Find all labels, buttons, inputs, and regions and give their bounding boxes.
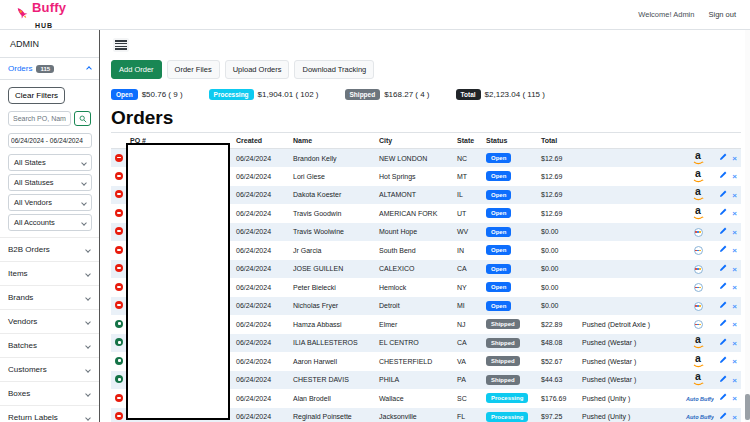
filter-select-all-statuses[interactable]: All Statuses [8,174,92,191]
upload-orders-button[interactable]: Upload Orders [225,60,290,79]
sidebar-item-batches[interactable]: Batches [0,333,99,357]
sign-out-link[interactable]: Sign out [708,10,736,19]
delete-order-icon[interactable]: × [732,154,737,163]
autobuffy-logo-icon: Auto Buffy [686,414,714,420]
order-state-dot-icon [115,320,123,328]
status-badge: Shipped [486,375,520,385]
delete-order-icon[interactable]: × [732,283,737,292]
sidebar-item-customers[interactable]: Customers [0,357,99,381]
col-status: Status [482,133,537,149]
main-content: Add Order Order Files Upload Orders Down… [100,30,750,422]
add-order-button[interactable]: Add Order [111,60,162,79]
edit-order-icon[interactable] [719,319,727,328]
round-marketplace-icon [694,246,703,255]
cell-total: $97.25 [537,408,578,422]
filter-select-all-vendors[interactable]: All Vendors [8,194,92,211]
cell-name: Nicholas Fryer [289,297,375,316]
order-files-button[interactable]: Order Files [167,60,220,79]
filter-select-value: All Vendors [14,198,52,207]
edit-order-icon[interactable] [719,412,727,421]
delete-order-icon[interactable]: × [732,265,737,274]
delete-order-icon[interactable]: × [732,302,737,311]
order-state-dot-icon [115,227,123,235]
sidebar-item-boxes[interactable]: Boxes [0,381,99,405]
delete-order-icon[interactable]: × [732,357,737,366]
cell-created: 06/24/2024 [232,204,289,223]
sidebar-item-label: Customers [8,365,47,374]
sidebar-item-return-labels[interactable]: Return Labels [0,405,99,422]
vendor-icon-cell: a [682,352,714,371]
edit-order-icon[interactable] [719,208,727,217]
delete-order-icon[interactable]: × [732,413,737,422]
order-state-dot-icon [115,375,123,383]
chevron-up-icon [86,66,92,72]
status-badge: Open [486,171,511,181]
cell-pushed [578,186,682,205]
delete-order-icon[interactable]: × [732,228,737,237]
scrollbar-thumb[interactable] [745,394,750,420]
cell-created: 06/24/2024 [232,241,289,260]
cell-name: Dakota Koester [289,186,375,205]
sidebar-item-orders[interactable]: Orders 115 [0,57,99,80]
edit-order-icon[interactable] [719,245,727,254]
delete-order-icon[interactable]: × [732,172,737,181]
edit-order-icon[interactable] [719,301,727,310]
cell-created: 06/24/2024 [232,260,289,279]
filter-select-all-accounts[interactable]: All Accounts [8,214,92,231]
edit-order-icon[interactable] [719,227,727,236]
search-button[interactable] [74,111,91,126]
orders-count-badge: 115 [36,65,54,73]
edit-order-icon[interactable] [719,264,727,273]
round-marketplace-icon [694,302,703,311]
sidebar-section-label: ADMIN [0,30,99,57]
delete-order-icon[interactable]: × [732,209,737,218]
edit-order-icon[interactable] [719,375,727,384]
cell-city: Jacksonville [375,408,453,422]
vertical-scrollbar[interactable] [745,30,750,422]
delete-order-icon[interactable]: × [732,376,737,385]
vendor-icon-cell: a [682,371,714,390]
delete-order-icon[interactable]: × [732,246,737,255]
cell-created: 06/24/2024 [232,371,289,390]
edit-order-icon[interactable] [719,282,727,291]
cell-pushed [578,278,682,297]
col-name: Name [289,133,375,149]
search-input[interactable] [8,111,71,126]
status-badge: Shipped [486,319,520,329]
search-icon [79,111,87,126]
edit-order-icon[interactable] [719,356,727,365]
sidebar-item-items[interactable]: Items [0,261,99,285]
cell-pushed: Pushed (Westar ) [578,334,682,353]
edit-order-icon[interactable] [719,153,727,162]
sidebar-item-brands[interactable]: Brands [0,285,99,309]
edit-order-icon[interactable] [719,338,727,347]
cell-city: Mount Hope [375,223,453,242]
autobuffy-logo-icon: Auto Buffy [686,396,714,402]
chevron-down-icon [85,391,91,397]
date-range-input[interactable] [8,133,92,148]
filter-select-value: All Accounts [14,218,55,227]
chevron-down-icon [81,200,87,206]
cell-state: SC [453,389,482,408]
edit-order-icon[interactable] [719,171,727,180]
menu-toggle-icon[interactable] [113,38,129,52]
brand-logo[interactable]: Buffy HUB [14,0,66,31]
sidebar: ADMIN Orders 115 Clear Filters All State [0,30,100,422]
filter-select-all-states[interactable]: All States [8,154,92,171]
status-badge: Shipped [486,338,520,348]
edit-order-icon[interactable] [719,393,727,402]
cell-pushed: Pushed (Westar ) [578,352,682,371]
cell-pushed [578,297,682,316]
edit-order-icon[interactable] [719,190,727,199]
sidebar-item-b2b-orders[interactable]: B2B Orders [0,237,99,261]
sidebar-item-vendors[interactable]: Vendors [0,309,99,333]
cell-pushed: Pushed (Unity ) [578,389,682,408]
delete-order-icon[interactable]: × [732,191,737,200]
download-tracking-button[interactable]: Download Tracking [294,60,374,79]
clear-filters-button[interactable]: Clear Filters [8,87,65,104]
delete-order-icon[interactable]: × [732,339,737,348]
delete-order-icon[interactable]: × [732,320,737,329]
delete-order-icon[interactable]: × [732,394,737,403]
cell-total: $0.00 [537,223,578,242]
stat-item: Shipped $168.27 ( 4 ) [345,89,430,100]
